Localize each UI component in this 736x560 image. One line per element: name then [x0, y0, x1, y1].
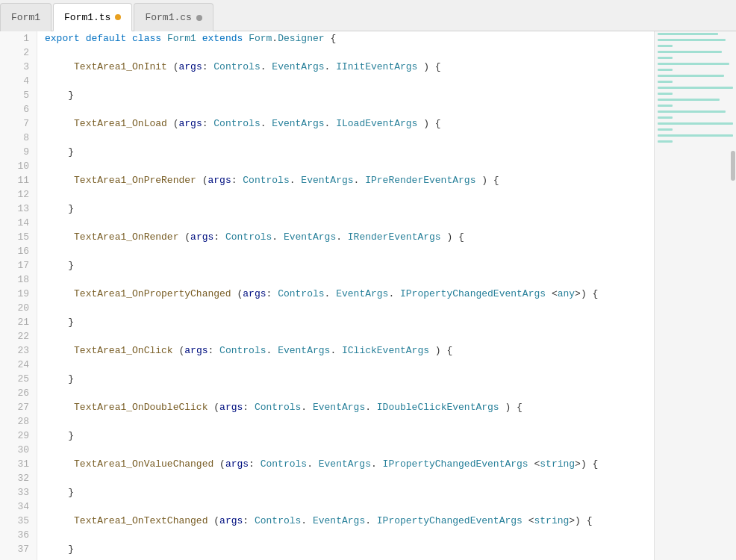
- code-line-36: [45, 528, 654, 542]
- minimap-line: [658, 81, 673, 83]
- line-num-27: 27: [0, 400, 37, 414]
- tab-form1[interactable]: Form1: [0, 3, 52, 31]
- line-num-30: 30: [0, 443, 37, 457]
- minimap-line: [658, 87, 733, 89]
- code-editor[interactable]: export default class Form1 extends Form.…: [37, 31, 654, 560]
- line-num-4: 4: [0, 74, 37, 88]
- line-num-24: 24: [0, 358, 37, 372]
- line-num-10: 10: [0, 159, 37, 173]
- tab-form1ts-label: Form1.ts: [64, 12, 110, 23]
- code-line-3: TextArea1_OnInit (args: Controls. EventA…: [45, 60, 654, 74]
- code-line-21: }: [45, 315, 654, 329]
- code-line-34: [45, 500, 654, 514]
- line-num-16: 16: [0, 244, 37, 258]
- code-line-18: [45, 273, 654, 287]
- line-num-17: 17: [0, 258, 37, 273]
- code-line-35: TextArea1_OnTextChanged (args: Controls.…: [45, 514, 654, 528]
- line-num-9: 9: [0, 145, 37, 159]
- tab-form1ts-modified-dot: [115, 14, 121, 20]
- line-num-13: 13: [0, 202, 37, 216]
- minimap-line: [658, 128, 673, 131]
- line-num-34: 34: [0, 500, 37, 514]
- line-num-5: 5: [0, 88, 37, 102]
- code-line-23: TextArea1_OnClick (args: Controls. Event…: [45, 343, 654, 358]
- code-line-29: }: [45, 429, 654, 443]
- editor-container: 1 2 3 4 5 6 7 8 9 10 11 12 13 14 15 16 1…: [0, 31, 736, 560]
- scrollbar-thumb[interactable]: [731, 151, 735, 181]
- code-line-10: [45, 159, 654, 173]
- minimap-line: [658, 45, 673, 47]
- code-line-27: TextArea1_OnDoubleClick (args: Controls.…: [45, 400, 654, 414]
- minimap-line: [658, 63, 729, 65]
- minimap-line: [658, 57, 673, 59]
- line-num-22: 22: [0, 329, 37, 343]
- minimap-line: [658, 75, 724, 77]
- minimap[interactable]: [654, 31, 736, 560]
- line-num-35: 35: [0, 514, 37, 528]
- code-line-19: TextArea1_OnPropertyChanged (args: Contr…: [45, 287, 654, 301]
- line-num-3: 3: [0, 60, 37, 74]
- code-line-8: [45, 131, 654, 145]
- scrollbar-track[interactable]: [730, 31, 736, 560]
- line-num-32: 32: [0, 471, 37, 485]
- line-num-25: 25: [0, 372, 37, 386]
- minimap-line: [658, 122, 733, 125]
- tab-form1cs[interactable]: Form1.cs: [134, 3, 213, 31]
- tab-bar: Form1 Form1.ts Form1.cs: [0, 0, 736, 31]
- minimap-line: [658, 51, 722, 53]
- code-line-24: [45, 358, 654, 372]
- code-line-22: [45, 329, 654, 343]
- line-numbers: 1 2 3 4 5 6 7 8 9 10 11 12 13 14 15 16 1…: [0, 31, 37, 560]
- line-num-19: 19: [0, 287, 37, 301]
- code-line-12: [45, 187, 654, 202]
- code-line-4: [45, 74, 654, 88]
- minimap-line: [658, 33, 718, 35]
- tab-form1ts[interactable]: Form1.ts: [53, 3, 132, 31]
- code-line-9: }: [45, 145, 654, 159]
- line-num-37: 37: [0, 542, 37, 556]
- code-line-17: }: [45, 258, 654, 273]
- code-line-33: }: [45, 485, 654, 500]
- minimap-line: [658, 99, 720, 101]
- code-line-16: [45, 244, 654, 258]
- line-num-7: 7: [0, 116, 37, 131]
- code-line-6: [45, 102, 654, 116]
- code-line-1: export default class Form1 extends Form.…: [45, 31, 654, 46]
- code-line-37: }: [45, 542, 654, 556]
- line-num-28: 28: [0, 414, 37, 429]
- code-line-5: }: [45, 88, 654, 102]
- line-num-29: 29: [0, 429, 37, 443]
- code-line-11: TextArea1_OnPreRender (args: Controls. E…: [45, 173, 654, 187]
- line-num-36: 36: [0, 528, 37, 542]
- line-num-26: 26: [0, 386, 37, 400]
- code-line-14: [45, 216, 654, 230]
- line-num-11: 11: [0, 173, 37, 187]
- code-line-28: [45, 414, 654, 429]
- tab-form1cs-label: Form1.cs: [145, 12, 191, 23]
- minimap-content: [655, 31, 736, 145]
- code-line-31: TextArea1_OnValueChanged (args: Controls…: [45, 457, 654, 471]
- line-num-18: 18: [0, 273, 37, 287]
- code-line-25: }: [45, 372, 654, 386]
- minimap-line: [658, 69, 673, 71]
- minimap-line: [658, 93, 673, 95]
- line-num-20: 20: [0, 301, 37, 315]
- minimap-line: [658, 105, 673, 107]
- line-num-33: 33: [0, 485, 37, 500]
- code-line-7: TextArea1_OnLoad (args: Controls. EventA…: [45, 116, 654, 131]
- minimap-line: [658, 140, 673, 143]
- line-num-31: 31: [0, 457, 37, 471]
- code-line-30: [45, 443, 654, 457]
- tab-form1-label: Form1: [11, 12, 40, 23]
- minimap-line: [658, 39, 726, 41]
- line-num-14: 14: [0, 216, 37, 230]
- code-line-26: [45, 386, 654, 400]
- code-line-2: [45, 46, 654, 60]
- line-num-23: 23: [0, 343, 37, 358]
- minimap-line: [658, 134, 733, 137]
- line-num-15: 15: [0, 230, 37, 244]
- code-line-32: [45, 471, 654, 485]
- line-num-1: 1: [0, 31, 37, 46]
- line-num-2: 2: [0, 46, 37, 60]
- line-num-8: 8: [0, 131, 37, 145]
